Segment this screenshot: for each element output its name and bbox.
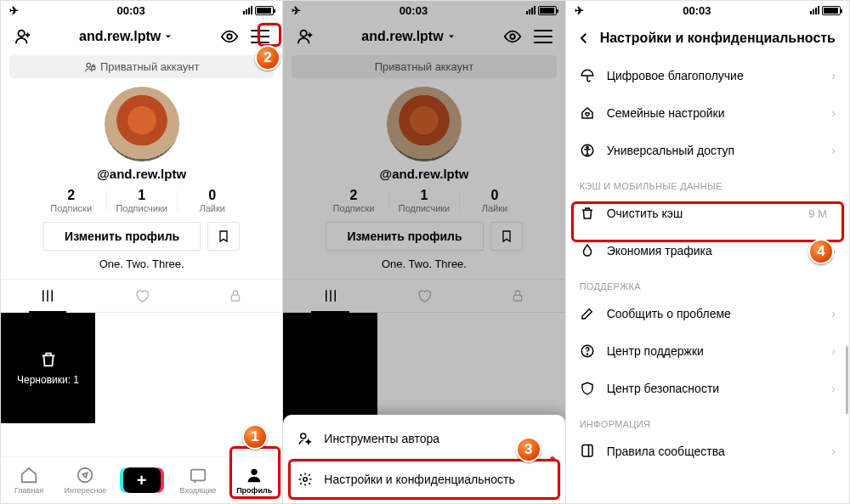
row-guidelines[interactable]: Правила сообщества›	[566, 433, 849, 470]
svg-point-16	[586, 354, 587, 354]
plus-icon: +	[123, 467, 161, 493]
tab-liked[interactable]	[94, 280, 188, 312]
row-safety[interactable]: Центр безопасности›	[566, 370, 849, 407]
notification-dot	[550, 456, 555, 462]
svg-point-8	[301, 31, 307, 37]
status-bar: ✈ 00:03	[566, 1, 849, 20]
stat-followers[interactable]: 1 Подписчики	[107, 188, 177, 213]
profile-icon	[245, 466, 264, 484]
nav-inbox[interactable]: Входящие	[173, 466, 224, 495]
bookmark-button[interactable]	[207, 222, 240, 251]
home-icon	[20, 466, 38, 484]
avatar[interactable]	[105, 87, 179, 161]
row-clear-cache[interactable]: Очистить кэш 9 M	[566, 195, 849, 232]
stat-following[interactable]: 2 Подписки	[37, 188, 106, 213]
row-family[interactable]: Семейные настройки›	[566, 94, 849, 132]
stat-likes[interactable]: 0 Лайки	[178, 188, 247, 213]
profile-username[interactable]: and.rew.lptw	[79, 29, 173, 44]
step-4: 4	[808, 239, 834, 264]
svg-point-2	[87, 63, 91, 67]
status-bar: ✈ 00:03	[1, 1, 282, 20]
row-wellbeing[interactable]: Цифровое благополучие›	[566, 57, 849, 94]
nav-create[interactable]: +	[116, 467, 167, 493]
svg-rect-10	[514, 295, 522, 301]
bio-text: One. Two. Three.	[1, 258, 282, 270]
sheet-creator-text: Инструменты автора	[324, 432, 439, 445]
svg-rect-6	[191, 470, 206, 481]
signal-icon	[243, 6, 252, 14]
bookmark-icon	[217, 229, 230, 243]
svg-point-5	[78, 468, 93, 483]
svg-point-1	[228, 34, 233, 39]
tab-private[interactable]	[189, 280, 282, 312]
screen-profile: ✈ 00:03 and.rew.lptw	[1, 1, 283, 503]
compass-icon	[76, 466, 94, 484]
drafts-tile[interactable]: Черновики: 1	[1, 313, 95, 423]
trash-icon	[580, 206, 595, 221]
drafts-text: Черновики: 1	[17, 374, 79, 386]
row-data-saver[interactable]: Экономия трафика›	[566, 232, 849, 269]
svg-point-12	[303, 478, 308, 482]
row-help[interactable]: Центр поддержки›	[566, 332, 849, 370]
book-icon	[580, 444, 595, 459]
nav-profile[interactable]: Профиль	[229, 466, 280, 495]
content-grid: Черновики: 1	[1, 313, 282, 423]
svg-point-0	[19, 31, 25, 37]
eye-icon[interactable]	[216, 23, 243, 50]
edit-profile-button[interactable]: Изменить профиль	[43, 222, 201, 251]
sheet-settings-text: Настройки и конфиденциальность	[324, 473, 514, 486]
svg-point-7	[252, 469, 258, 475]
row-report[interactable]: Сообщить о проблеме›	[566, 295, 849, 332]
step-2: 2	[255, 45, 280, 71]
lock-icon	[84, 61, 96, 73]
svg-rect-3	[92, 66, 95, 70]
accessibility-icon	[580, 143, 595, 158]
content-tabs	[1, 279, 282, 313]
stats-row: 2 Подписки 1 Подписчики 0 Лайки	[1, 188, 282, 213]
screen-menu-sheet: ✈ 00:03 and.rew.lptw Приватный аккаунт @…	[283, 1, 565, 503]
cache-size: 9 M	[808, 207, 836, 220]
private-badge[interactable]: Приватный аккаунт	[9, 55, 274, 78]
hamburger-icon	[251, 30, 269, 43]
sheet-settings-privacy[interactable]: Настройки и конфиденциальность	[283, 459, 564, 500]
nav-discover[interactable]: Интересное	[60, 466, 110, 495]
section-info: ИНФОРМАЦИЯ	[566, 407, 849, 433]
top-nav: and.rew.lptw	[1, 20, 282, 54]
gear-icon	[297, 471, 314, 488]
airplane-icon: ✈	[9, 4, 19, 17]
screen-settings: ✈ 00:03 Настройки и конфиденциальность Ц…	[566, 1, 849, 503]
pencil-icon	[580, 306, 595, 321]
clock: 00:03	[117, 4, 145, 17]
nav-home[interactable]: Главная	[3, 466, 54, 495]
scrollbar-thumb[interactable]	[846, 346, 848, 414]
handle: @and.rew.lptw	[1, 167, 282, 181]
svg-point-9	[510, 34, 515, 39]
svg-point-11	[301, 433, 306, 439]
svg-rect-4	[231, 295, 239, 301]
status-bar: ✈ 00:03	[283, 1, 564, 20]
sparkle-icon	[297, 430, 314, 447]
step-1: 1	[242, 424, 268, 450]
add-user-icon[interactable]	[9, 23, 37, 50]
settings-header: Настройки и конфиденциальность	[566, 20, 849, 57]
bottom-nav: Главная Интересное + Входящие Профиль	[1, 456, 282, 503]
help-icon	[580, 343, 595, 359]
settings-list[interactable]: Цифровое благополучие› Семейные настройк…	[566, 57, 849, 503]
shield-icon	[580, 381, 595, 396]
inbox-icon	[189, 466, 207, 484]
settings-title: Настройки и конфиденциальность	[600, 31, 836, 46]
back-button[interactable]	[573, 25, 595, 52]
trash-icon	[39, 350, 58, 369]
tab-grid[interactable]	[1, 280, 94, 312]
row-accessibility[interactable]: Универсальный доступ›	[566, 132, 849, 169]
section-support: ПОДДЕРЖКА	[566, 269, 849, 295]
umbrella-icon	[580, 68, 595, 83]
battery-icon	[255, 6, 274, 15]
svg-point-14	[586, 146, 588, 148]
step-3: 3	[516, 437, 541, 462]
chevron-down-icon	[163, 31, 173, 42]
three-phone-screens: ✈ 00:03 and.rew.lptw	[0, 0, 850, 504]
home-heart-icon	[580, 105, 595, 121]
section-cache: КЭШ И МОБИЛЬНЫЕ ДАННЫЕ	[566, 169, 849, 195]
chevron-left-icon	[576, 31, 592, 46]
